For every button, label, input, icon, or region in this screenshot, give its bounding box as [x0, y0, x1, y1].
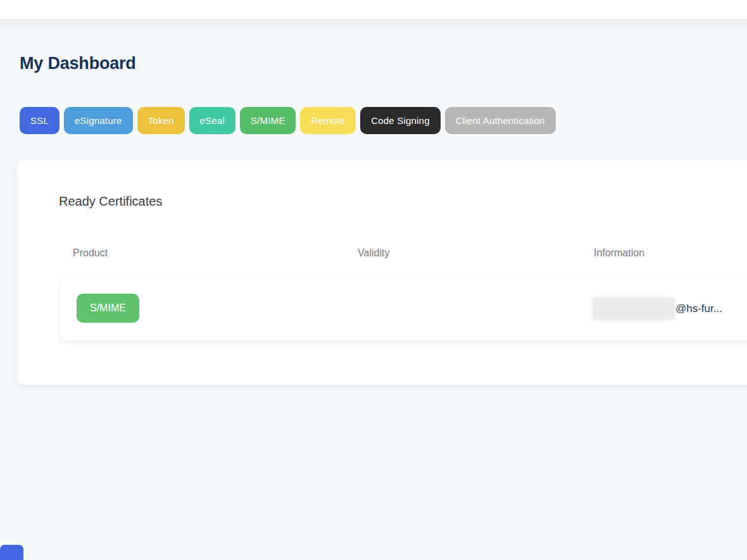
dashboard-page: My Dashboard SSL eSignature Token eSeal … — [0, 19, 747, 560]
certificate-row[interactable]: S/MIME @hs-fur... — [60, 276, 747, 340]
top-white-bar — [0, 0, 747, 19]
certificate-email-text: @hs-fur... — [675, 302, 722, 315]
information-cell: @hs-fur... — [592, 297, 722, 321]
filter-code-signing[interactable]: Code Signing — [360, 107, 440, 134]
ready-certificates-panel: Ready Certificates Product Validity Info… — [17, 159, 747, 385]
product-type-badge: S/MIME — [77, 294, 139, 323]
panel-title: Ready Certificates — [59, 194, 162, 209]
redacted-email-blur — [592, 297, 675, 320]
filter-eseal[interactable]: eSeal — [189, 107, 235, 134]
filter-token[interactable]: Token — [137, 107, 185, 134]
column-header-information: Information — [594, 247, 644, 259]
filter-ssl[interactable]: SSL — [20, 107, 60, 134]
filter-smime[interactable]: S/MIME — [240, 107, 296, 134]
filter-remote[interactable]: Remote — [300, 107, 356, 134]
product-filter-bar: SSL eSignature Token eSeal S/MIME Remote… — [20, 107, 556, 134]
filter-esignature[interactable]: eSignature — [64, 107, 133, 134]
page-title: My Dashboard — [20, 53, 136, 73]
column-header-product: Product — [73, 247, 108, 259]
column-header-validity: Validity — [358, 247, 389, 259]
filter-client-authentication[interactable]: Client Authentication — [445, 107, 556, 134]
corner-widget-button[interactable] — [0, 545, 23, 560]
